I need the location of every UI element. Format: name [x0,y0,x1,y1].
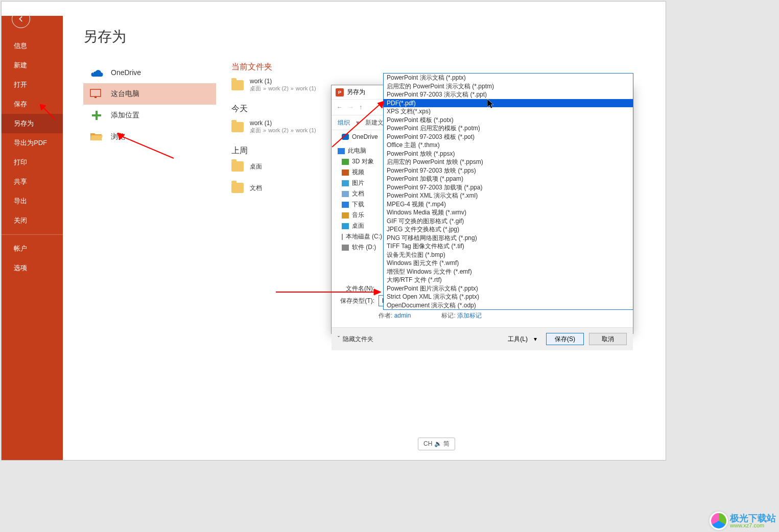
tree-3dobjects[interactable]: 3D 对象 [332,156,382,167]
filetype-option[interactable]: PowerPoint 97-2003 放映 (*.pps) [384,166,633,175]
sidebar-item-close[interactable]: 关闭 [2,211,63,230]
folder-name: 文档 [250,184,262,192]
filetype-option[interactable]: PNG 可移植网络图形格式 (*.png) [384,234,633,243]
filetype-option[interactable]: PowerPoint XML 演示文稿 (*.xml) [384,191,633,200]
filetype-option[interactable]: Strict Open XML 演示文稿 (*.pptx) [384,293,633,301]
filetype-option[interactable]: Windows Media 视频 (*.wmv) [384,208,633,217]
place-thispc[interactable]: 这台电脑 [83,83,216,105]
tag-label: 标记: [441,312,455,319]
filetype-option[interactable]: PowerPoint 97-2003 加载项 (*.ppa) [384,183,633,192]
tree-downloads[interactable]: 下载 [332,199,382,210]
sidebar-item-share[interactable]: 共享 [2,172,63,191]
annotation-arrow [274,287,381,297]
tree-desktop[interactable]: 桌面 [332,221,382,231]
sidebar-item-export[interactable]: 导出 [2,191,63,211]
powerpoint-icon: P [336,88,344,96]
cursor-icon [487,99,495,109]
annotation-arrow [117,133,179,163]
place-onedrive[interactable]: OneDrive [83,62,216,83]
annotation-arrow [40,104,60,125]
section-current: 当前文件夹 [231,62,666,72]
tree-pictures[interactable]: 图片 [332,178,382,188]
filetype-option[interactable]: TIFF Tag 图像文件格式 (*.tif) [384,242,633,251]
dialog-title: 另存为 [347,88,365,96]
sidebar-item-new[interactable]: 新建 [2,56,63,75]
watermark-en: www.xz7.com [730,523,776,528]
sidebar-divider [2,234,63,235]
filetype-option[interactable]: MPEG-4 视频 (*.mp4) [384,200,633,209]
svg-line-4 [121,136,174,158]
backstage-sidebar: 信息 新建 打开 保存 另存为 导出为PDF 打印 共享 导出 关闭 帐户 选项 [2,2,63,460]
filetype-option[interactable]: OpenDocument 演示文稿 (*.odp) [384,301,633,310]
folder-tree[interactable]: OneDrive 此电脑 3D 对象 视频 图片 文档 下载 音乐 桌面 本地磁… [332,130,383,278]
filetype-option[interactable]: 设备无关位图 (*.bmp) [384,251,633,259]
folder-icon [231,183,244,193]
sidebar-item-options[interactable]: 选项 [2,258,63,278]
svg-line-6 [332,104,380,147]
tools-dropdown[interactable]: 工具(L)▾ [504,334,541,345]
filetype-option[interactable]: PowerPoint 图片演示文稿 (*.pptx) [384,284,633,293]
plus-icon [89,110,104,121]
sidebar-item-open[interactable]: 打开 [2,75,63,94]
filetype-option[interactable]: PowerPoint 演示文稿 (*.pptx) [384,74,633,82]
filetype-option[interactable]: 增强型 Windows 元文件 (*.emf) [384,268,633,276]
filetype-option[interactable]: GIF 可交换的图形格式 (*.gif) [384,217,633,226]
filetype-option[interactable]: 大纲/RTF 文件 (*.rtf) [384,276,633,284]
svg-rect-0 [90,89,101,96]
place-addlocation[interactable]: 添加位置 [83,105,216,126]
filetype-option[interactable]: XPS 文档(*.xps) [384,107,633,116]
drive-icon [342,234,343,240]
tree-music[interactable]: 音乐 [332,210,382,221]
ime-indicator[interactable]: CH 🔉 简 [418,438,455,450]
onedrive-icon [89,67,104,78]
folder-open-icon [89,131,104,142]
cancel-button[interactable]: 取消 [589,333,627,345]
folder-name: work (1) [250,119,316,127]
filetype-option[interactable]: PowerPoint 启用宏的模板 (*.potm) [384,124,633,133]
hide-folders-toggle[interactable]: ˇ隐藏文件夹 [338,335,373,344]
filetype-option[interactable]: PowerPoint 97-2003 模板 (*.pot) [384,133,633,141]
filetype-option[interactable]: PowerPoint 加载项 (*.ppam) [384,175,633,183]
filetype-option[interactable]: 启用宏的 PowerPoint 放映 (*.ppsm) [384,158,633,166]
filetype-option[interactable]: PowerPoint 模板 (*.potx) [384,116,633,125]
page-title: 另存为 [83,27,666,46]
tree-localc[interactable]: 本地磁盘 (C:) [332,231,382,242]
savetype-label: 保存类型(T): [338,297,379,305]
tag-value[interactable]: 添加标记 [457,312,482,319]
tree-videos[interactable]: 视频 [332,167,382,178]
filetype-option[interactable]: JPEG 文件交换格式 (*.jpg) [384,225,633,234]
svg-marker-5 [117,133,125,140]
tree-documents[interactable]: 文档 [332,188,382,199]
sidebar-item-info[interactable]: 信息 [2,36,63,56]
filetype-option[interactable]: PowerPoint 放映 (*.ppsx) [384,150,633,158]
folder-icon [231,80,244,90]
sidebar-item-print[interactable]: 打印 [2,153,63,172]
folder-name: 桌面 [250,162,262,171]
chevron-up-icon: ˇ [338,335,340,343]
music-icon [342,212,349,219]
place-label: 添加位置 [111,111,139,120]
place-label: 这台电脑 [111,89,139,99]
chevron-down-icon: ▾ [534,335,537,343]
video-icon [342,170,349,176]
author-value[interactable]: admin [394,312,411,319]
watermark: 极光下载站 www.xz7.com [710,512,776,530]
filetype-option[interactable]: 启用宏的 PowerPoint 演示文稿 (*.pptm) [384,82,633,91]
filetype-dropdown[interactable]: PowerPoint 演示文稿 (*.pptx)启用宏的 PowerPoint … [383,73,633,310]
drive-icon [342,245,349,251]
sidebar-item-exportpdf[interactable]: 导出为PDF [2,133,63,153]
annotation-arrow [329,101,385,152]
folder-icon [231,161,244,172]
filetype-option[interactable]: PDF(*.pdf) [384,99,633,108]
sidebar-item-account[interactable]: 帐户 [2,239,63,258]
folder-path: 桌面»work (2)»work (1) [250,127,316,134]
save-button[interactable]: 保存(S) [546,333,584,345]
tree-drived[interactable]: 软件 (D:) [332,242,382,253]
svg-marker-9 [374,289,381,295]
filetype-option[interactable]: PowerPoint 97-2003 演示文稿 (*.ppt) [384,90,633,99]
watermark-cn: 极光下载站 [730,514,776,523]
author-label: 作者: [379,312,392,319]
filetype-option[interactable]: Office 主题 (*.thmx) [384,141,633,150]
folder-path: 桌面»work (2)»work (1) [250,85,316,92]
filetype-option[interactable]: Windows 图元文件 (*.wmf) [384,259,633,268]
